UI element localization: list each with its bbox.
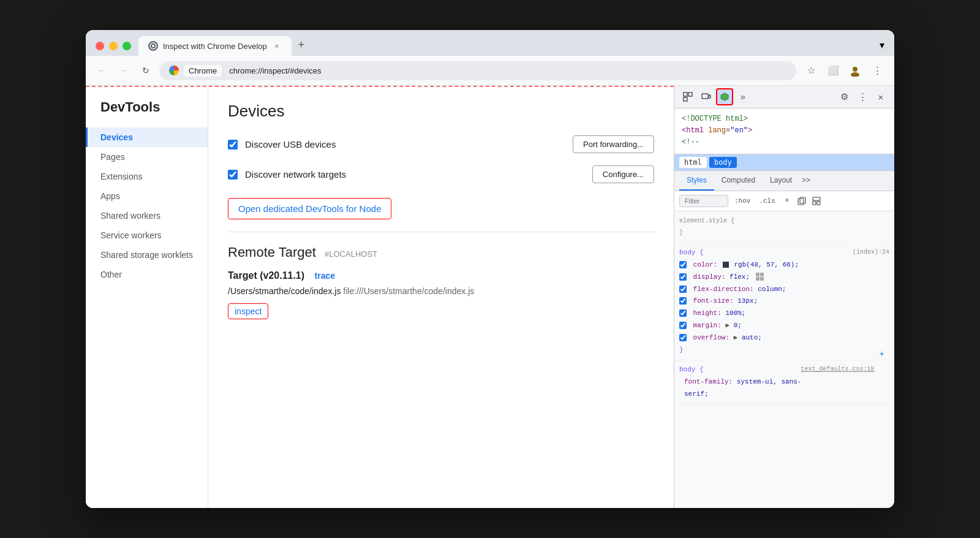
sidebar-item-other[interactable]: Other (86, 265, 208, 284)
chrome-logo-icon (169, 66, 179, 75)
sidebar-item-service-workers[interactable]: Service workers (86, 225, 208, 245)
layout-btn[interactable] (811, 195, 822, 206)
styles-filter-input[interactable] (679, 195, 728, 207)
devtools-toolbar: » ⚙ ⋮ × (674, 86, 894, 108)
port-forwarding-button[interactable]: Port forwarding... (573, 135, 654, 153)
color-swatch[interactable] (723, 262, 729, 268)
nav-bar: ← → ↻ Chrome chrome://inspect/#devices ☆… (86, 56, 894, 86)
styles-tab[interactable]: Styles (679, 171, 714, 191)
back-button[interactable]: ← (93, 62, 110, 79)
reload-button[interactable]: ↻ (137, 62, 154, 79)
tab-favicon (148, 41, 158, 51)
profile-button[interactable] (845, 61, 865, 80)
body-rule-close-1: } (679, 346, 684, 354)
extension-button[interactable]: ⬜ (823, 61, 843, 80)
remote-target-badge: #LOCALHOST (325, 249, 377, 259)
remote-target-header: Remote Target #LOCALHOST (228, 244, 654, 260)
more-style-tabs[interactable]: >> (799, 171, 813, 191)
sidebar-item-shared-storage-worklets[interactable]: Shared storage worklets (86, 245, 208, 265)
svg-rect-8 (709, 95, 710, 98)
dom-html[interactable]: <html lang="en"> (682, 125, 887, 137)
devtools-panel: » ⚙ ⋮ × <!DOCTYPE html> <html lang="en">… (674, 86, 894, 508)
html-tab[interactable]: html (679, 157, 707, 168)
element-style-label: element.style { (679, 218, 734, 224)
active-tab[interactable]: Inspect with Chrome Develop × (138, 36, 292, 56)
tab-close-btn[interactable]: × (272, 41, 282, 51)
title-bar: Inspect with Chrome Develop × + ▾ (86, 30, 894, 56)
copy-style-btn[interactable] (796, 195, 807, 206)
select-element-tool[interactable] (679, 88, 696, 105)
address-bar[interactable]: Chrome chrome://inspect/#devices (159, 61, 796, 80)
url-text: chrome://inspect/#devices (229, 66, 321, 75)
devtools-close-btn[interactable]: × (872, 88, 889, 105)
add-style-btn[interactable]: + (782, 195, 793, 206)
overflow-arrow: ▶ (734, 334, 742, 341)
target-trace-link[interactable]: trace (315, 271, 335, 281)
cls-btn[interactable]: .cls (756, 196, 777, 206)
target-name: Target (v20.11.1) trace (228, 270, 654, 281)
font-size-prop-name: font-size: (693, 297, 734, 305)
flex-direction-prop-name: flex-direction: (693, 286, 754, 293)
body-style-rule-2: body { text_defaults.css:18 font-family:… (674, 360, 894, 404)
new-tab-button[interactable]: + (293, 36, 310, 53)
margin-prop-val: 0; (734, 322, 742, 329)
margin-checkbox[interactable] (679, 322, 687, 329)
layout-tab[interactable]: Layout (763, 171, 799, 191)
overflow-checkbox[interactable] (679, 334, 687, 341)
body-source-1[interactable]: (index):24 (853, 247, 889, 258)
svg-point-2 (853, 67, 858, 72)
forward-button[interactable]: → (115, 62, 132, 79)
svg-rect-7 (702, 94, 708, 99)
svg-rect-12 (813, 197, 820, 200)
display-prop-checkbox[interactable] (679, 273, 687, 281)
content-area: Devices Discover USB devices Port forwar… (208, 87, 674, 508)
element-style-rule: element.style { } (674, 211, 894, 244)
sidebar-item-extensions[interactable]: Extensions (86, 167, 208, 186)
sidebar-item-apps[interactable]: Apps (86, 186, 208, 206)
discover-usb-checkbox[interactable] (228, 140, 238, 150)
styles-panel: :hov .cls + element.style { } (674, 191, 894, 508)
devtools-more-btn[interactable]: ⋮ (854, 88, 871, 105)
discover-network-checkbox[interactable] (228, 170, 238, 180)
remote-target-title: Remote Target (228, 244, 316, 260)
sidebar: DevTools Devices Pages Extensions Apps S… (86, 87, 208, 508)
sidebar-title: DevTools (86, 99, 208, 127)
font-size-checkbox[interactable] (679, 297, 687, 305)
target-name-text: Target (v20.11.1) (228, 270, 304, 281)
device-mode-tool[interactable] (698, 88, 715, 105)
color-prop-val: rgb(48, 57, 66); (734, 261, 799, 268)
font-family-prop-val: system-ui, sans- (737, 378, 802, 385)
body-source-2[interactable]: text_defaults.css:18 (801, 364, 875, 375)
height-checkbox[interactable] (679, 309, 687, 317)
configure-button[interactable]: Configure... (592, 165, 654, 183)
three-d-view-tool[interactable] (716, 88, 733, 105)
overflow-prop-name: overflow: (693, 334, 729, 341)
hover-pseudo-btn[interactable]: :hov (732, 196, 753, 206)
color-prop-name: color: (693, 261, 718, 268)
bookmark-button[interactable]: ☆ (801, 61, 821, 80)
sidebar-item-pages[interactable]: Pages (86, 147, 208, 167)
more-tools-btn[interactable]: » (734, 88, 752, 105)
window-dropdown[interactable]: ▾ (880, 39, 884, 51)
maximize-traffic-light[interactable] (123, 42, 131, 50)
computed-tab[interactable]: Computed (714, 171, 763, 191)
network-targets-row: Discover network targets Configure... (228, 165, 654, 183)
add-rule-btn[interactable]: + (875, 344, 889, 365)
discover-usb-label: Discover USB devices (245, 139, 565, 150)
sidebar-item-devices[interactable]: Devices (86, 127, 208, 147)
element-style-close: } (679, 229, 683, 236)
close-traffic-light[interactable] (96, 42, 104, 50)
margin-arrow: ▶ (725, 322, 733, 329)
inspect-button[interactable]: inspect (228, 303, 268, 319)
body-tab[interactable]: body (709, 157, 737, 168)
minimize-traffic-light[interactable] (109, 42, 118, 50)
flex-direction-checkbox[interactable] (679, 286, 687, 293)
traffic-lights (96, 42, 131, 50)
devtools-settings-btn[interactable]: ⚙ (835, 88, 853, 105)
target-file-link[interactable]: file:///Users/stmarthe/code/index.js (343, 286, 474, 296)
sidebar-item-shared-workers[interactable]: Shared workers (86, 206, 208, 225)
menu-button[interactable]: ⋮ (867, 61, 887, 80)
color-prop-checkbox[interactable] (679, 261, 687, 268)
open-devtools-node-button[interactable]: Open dedicated DevTools for Node (228, 198, 391, 219)
display-prop-name: display: (693, 273, 726, 281)
